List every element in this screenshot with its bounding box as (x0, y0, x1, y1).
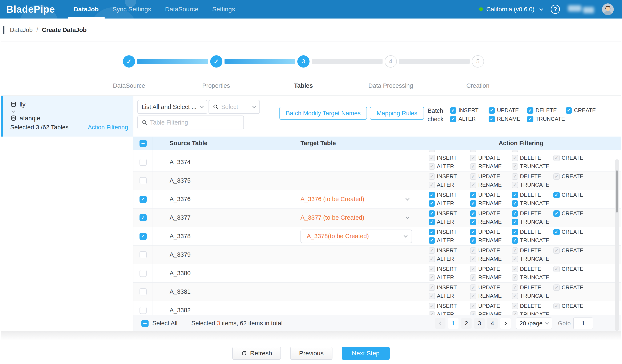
stepper: 3 4 5 DataSource Properties Tables Data … (123, 55, 484, 68)
pair-expander[interactable] (10, 108, 133, 114)
action-insert: INSERT (429, 155, 470, 161)
action-label: UPDATE (478, 303, 500, 309)
checkbox-checked-icon[interactable] (429, 229, 435, 235)
row-checkbox[interactable] (139, 159, 147, 166)
row-checkbox[interactable] (139, 288, 147, 295)
source-table-cell: A_3382 (153, 301, 291, 315)
page-button-3[interactable]: 3 (474, 318, 485, 329)
checkbox-checked-icon[interactable] (429, 237, 435, 244)
checkbox-checked-icon[interactable] (489, 116, 495, 122)
row-checkbox-cell (133, 209, 153, 227)
nav-tab-datajob[interactable]: DataJob (74, 0, 98, 19)
mapping-rules-button[interactable]: Mapping Rules (370, 107, 424, 120)
source-table-cell (153, 150, 291, 153)
action-label: DELETE (520, 266, 541, 272)
action-label: DELETE (520, 192, 541, 198)
region-label: California (v0.6.0) (486, 6, 534, 13)
checkbox-checked-icon[interactable] (512, 211, 518, 217)
checkbox-checked-icon[interactable] (566, 107, 572, 114)
row-checkbox[interactable] (139, 233, 147, 240)
action-update: UPDATE (470, 266, 512, 272)
batch-modify-target-names-button[interactable]: Batch Modify Target Names (279, 107, 367, 120)
checkbox-checked-icon[interactable] (429, 211, 435, 217)
checkbox-checked-icon[interactable] (512, 192, 518, 198)
page-button-4[interactable]: 4 (487, 318, 498, 329)
checkbox-checked-icon[interactable] (527, 116, 533, 122)
checkbox-checked-icon[interactable] (470, 200, 476, 207)
checkbox-checked-icon[interactable] (470, 219, 476, 225)
checkbox-checked-icon[interactable] (470, 192, 476, 198)
row-checkbox[interactable] (139, 251, 147, 258)
checkbox-checked-icon[interactable] (553, 192, 560, 198)
checkbox-checked-icon[interactable] (450, 107, 456, 114)
page-button-2[interactable]: 2 (461, 318, 471, 329)
action-filtering-link[interactable]: Action Filtering (88, 124, 128, 131)
avatar[interactable] (602, 3, 614, 15)
checkbox-checked-icon[interactable] (470, 237, 476, 244)
checkbox-disabled-icon (512, 173, 518, 180)
nav-tab-sync-settings[interactable]: Sync Settings (113, 0, 151, 19)
nav-right: California (v0.6.0) ? (479, 3, 614, 15)
checkbox-checked-icon[interactable] (512, 229, 518, 235)
checkbox-checked-icon[interactable] (553, 229, 560, 235)
app-logo[interactable]: BladePipe (6, 3, 55, 15)
step-label-creation: Creation (466, 82, 489, 89)
list-mode-select[interactable]: List All and Select ... (137, 100, 207, 114)
sidebar-item-selected-pair[interactable]: lly afanqie Selected 3 /62 Tables Action… (1, 96, 133, 136)
checkbox-checked-icon[interactable] (429, 200, 435, 207)
select-all-checkbox[interactable] (141, 320, 149, 327)
action-checkbox-grid: INSERTUPDATEDELETECREATEALTERRENAMETRUNC… (429, 229, 583, 244)
page-button-1[interactable]: 1 (448, 318, 459, 329)
table-scrollbar-track[interactable] (615, 159, 619, 331)
next-step-button[interactable]: Next Step (342, 347, 390, 360)
selection-count-summary: Selected 3 items, 62 items in total (191, 320, 283, 327)
checkbox-checked-icon[interactable] (470, 229, 476, 235)
previous-button[interactable]: Previous (290, 347, 332, 360)
action-label: UPDATE (478, 210, 500, 217)
table-filter-input[interactable]: Table Filtering (137, 115, 244, 129)
row-checkbox[interactable] (139, 196, 147, 203)
checkbox-checked-icon[interactable] (470, 211, 476, 217)
action-alter: ALTER (429, 237, 470, 244)
nav-tab-settings[interactable]: Settings (212, 0, 235, 19)
target-table-cell: A_3378(to be Created) (291, 227, 421, 245)
checkbox-checked-icon[interactable] (429, 192, 435, 198)
checkbox-checked-icon[interactable] (450, 116, 456, 122)
row-checkbox[interactable] (139, 270, 147, 277)
action-checkbox-grid (429, 150, 553, 152)
action-label: TRUNCATE (520, 256, 549, 262)
row-checkbox[interactable] (139, 214, 147, 221)
checkbox-checked-icon[interactable] (527, 107, 533, 114)
checkbox-checked-icon[interactable] (512, 200, 518, 207)
checkbox-disabled-icon (470, 293, 476, 299)
checkbox-checked-icon[interactable] (553, 211, 560, 217)
action-label: ALTER (437, 274, 454, 281)
action-insert: INSERT (429, 173, 470, 180)
action-filtering-cell: INSERTUPDATEDELETECREATEALTERRENAMETRUNC… (421, 283, 621, 301)
goto-page-input[interactable]: 1 (573, 318, 593, 329)
nav-tab-datasource[interactable]: DataSource (165, 0, 198, 19)
target-table-select[interactable]: A_3377 (to be Created) (300, 214, 421, 221)
action-filtering-cell (421, 150, 621, 153)
table-scrollbar-thumb[interactable] (616, 171, 618, 212)
quick-select[interactable]: Select (209, 100, 260, 114)
checkbox-checked-icon[interactable] (429, 219, 435, 225)
page-size-select[interactable]: 20 /page (516, 318, 552, 329)
action-label: RENAME (478, 274, 502, 281)
action-create: CREATE (553, 247, 583, 254)
help-icon[interactable]: ? (551, 5, 560, 14)
refresh-button[interactable]: Refresh (232, 347, 281, 360)
checkbox-checked-icon[interactable] (512, 237, 518, 244)
select-all-header-checkbox[interactable] (139, 140, 147, 147)
region-selector[interactable]: California (v0.6.0) (479, 6, 543, 13)
pagination-next-button[interactable] (500, 318, 511, 329)
row-checkbox[interactable] (139, 307, 147, 314)
checkbox-disabled-icon (470, 182, 476, 188)
target-table-select[interactable]: A_3378(to be Created) (300, 230, 412, 243)
target-table-select[interactable]: A_3376 (to be Created) (300, 196, 421, 203)
checkbox-checked-icon[interactable] (512, 219, 518, 225)
row-checkbox[interactable] (139, 177, 147, 184)
checkbox-checked-icon[interactable] (489, 107, 495, 114)
source-table-cell: A_3377 (153, 209, 291, 227)
breadcrumb-datajob[interactable]: DataJob (10, 26, 33, 34)
